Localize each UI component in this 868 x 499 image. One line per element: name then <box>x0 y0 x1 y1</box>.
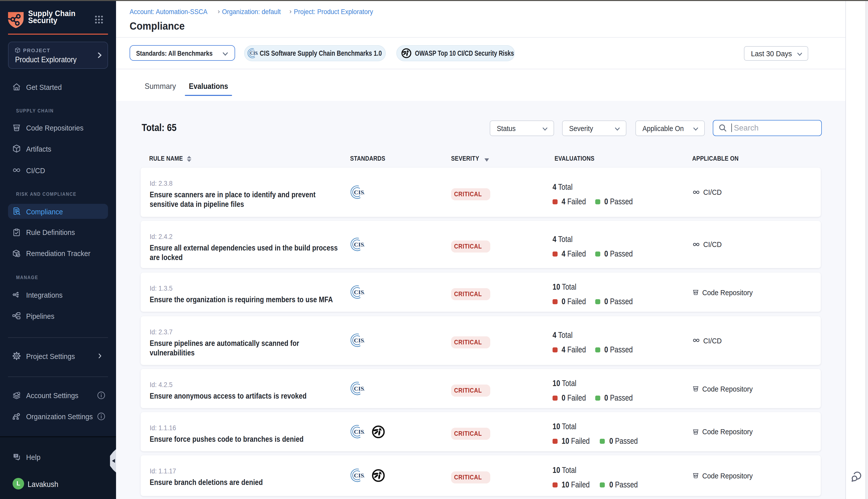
svg-text:CIS: CIS <box>354 241 364 248</box>
svg-text:CIS: CIS <box>354 189 364 196</box>
svg-text:CIS: CIS <box>354 428 364 435</box>
svg-text:CIS: CIS <box>354 385 364 392</box>
svg-text:CIS: CIS <box>354 289 364 295</box>
svg-text:CIS: CIS <box>354 472 364 479</box>
svg-text:?: ? <box>15 454 17 458</box>
svg-text:CIS: CIS <box>250 50 257 56</box>
svg-text:CIS: CIS <box>354 337 364 344</box>
